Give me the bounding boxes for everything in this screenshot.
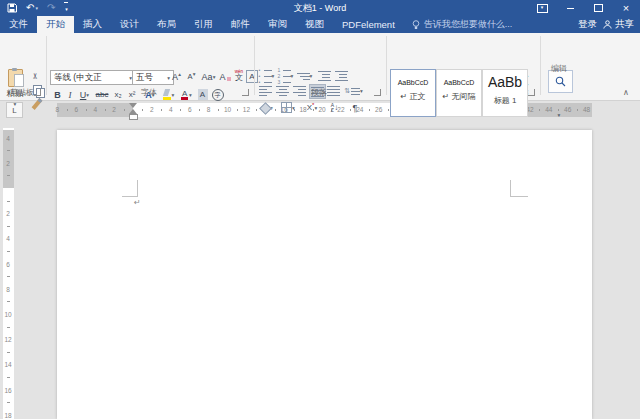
ribbon: 粘贴 ▾ ✂ 剪贴板 等线 (中文正▾ 五号▾ A▴ A▾ Aa▾ A wén文… xyxy=(0,33,640,101)
ruler-tick xyxy=(388,109,389,111)
style-card-2[interactable]: AaBbCcD↵ 无间隔 xyxy=(436,69,482,117)
clipboard-dialog-launcher[interactable] xyxy=(34,89,41,96)
bullets-icon: • • • xyxy=(259,68,272,84)
ruler-tick xyxy=(256,109,257,111)
ruler-tick xyxy=(369,109,370,111)
tab-插入[interactable]: 插入 xyxy=(74,16,111,33)
ruler-tick xyxy=(7,377,10,378)
tab-开始[interactable]: 开始 xyxy=(37,16,74,33)
undo-button[interactable]: ↶▾ xyxy=(26,3,38,13)
style-name: 标题 1 xyxy=(483,95,527,106)
clear-formatting-button[interactable]: A xyxy=(219,70,231,83)
style-card-3[interactable]: AaBb标题 1 xyxy=(482,69,528,117)
ribbon-tab-row: 文件开始插入设计布局引用邮件审阅视图PDFelement 告诉我您想要做什么..… xyxy=(0,16,640,33)
tell-me-box[interactable]: 告诉我您想要做什么... xyxy=(404,16,521,33)
increase-indent-button[interactable] xyxy=(334,70,349,82)
font-family-select[interactable]: 等线 (中文正▾ xyxy=(50,70,136,85)
shrink-font-button[interactable]: A▾ xyxy=(185,70,198,83)
lightbulb-icon xyxy=(412,20,420,30)
close-button[interactable]: × xyxy=(612,0,640,16)
decrease-indent-icon xyxy=(318,71,331,81)
asian-layout-button[interactable]: X*▾ xyxy=(302,101,322,114)
style-card-1[interactable]: AaBbCcD↵ 正文 xyxy=(390,69,436,117)
tab-布局[interactable]: 布局 xyxy=(148,16,185,33)
ruler-tick xyxy=(7,327,10,328)
cut-button[interactable]: ✂ xyxy=(29,70,43,82)
editing-dropdown[interactable]: ▾ xyxy=(552,111,566,119)
styles-dialog-launcher[interactable] xyxy=(528,89,535,96)
ruler-tick xyxy=(7,150,10,151)
tab-视图[interactable]: 视图 xyxy=(296,16,333,33)
ruler-number: 4 xyxy=(6,235,10,242)
paragraph-group-label: 段落 xyxy=(254,87,384,98)
maximize-icon xyxy=(594,4,603,12)
shading-button[interactable]: ▾ xyxy=(258,101,276,114)
character-border-button[interactable]: A xyxy=(246,70,258,83)
ruler-number: 8 xyxy=(6,285,10,292)
maximize-button[interactable] xyxy=(584,0,612,16)
ruler-number: 2 xyxy=(112,106,116,113)
grow-font-button[interactable]: A▴ xyxy=(170,70,183,83)
vertical-ruler[interactable]: 4224681012141618 xyxy=(3,128,14,419)
multilevel-list-button[interactable]: ▾ xyxy=(296,70,313,82)
multilevel-list-icon xyxy=(297,73,310,80)
share-button[interactable]: 共享 xyxy=(603,18,634,31)
font-size-select[interactable]: 五号▾ xyxy=(132,70,174,85)
style-preview: AaBbCcD xyxy=(437,79,481,86)
document-page[interactable]: ↵ xyxy=(57,130,592,419)
ruler-tick xyxy=(67,109,68,111)
tab-邮件[interactable]: 邮件 xyxy=(222,16,259,33)
style-preview: AaBb xyxy=(483,74,527,90)
phonetic-guide-icon: wén文 xyxy=(235,70,243,83)
ruler-tick xyxy=(124,109,125,111)
sign-in-button[interactable]: 登录 xyxy=(578,18,597,31)
tab-PDFelement[interactable]: PDFelement xyxy=(333,16,404,33)
ruler-number: 4 xyxy=(6,134,10,141)
ruler-tick xyxy=(86,109,87,111)
minimize-button[interactable] xyxy=(556,0,584,16)
tab-引用[interactable]: 引用 xyxy=(185,16,222,33)
search-icon xyxy=(555,76,566,87)
ruler-tick xyxy=(105,109,106,111)
first-line-indent-marker[interactable] xyxy=(129,103,137,108)
change-case-button[interactable]: Aa▾ xyxy=(200,70,217,83)
customize-qat-button[interactable]: ▾ xyxy=(64,2,68,14)
editing-group-label: 编辑 xyxy=(544,63,574,74)
format-painter-button[interactable] xyxy=(30,98,44,110)
font-dialog-launcher[interactable] xyxy=(242,89,249,96)
ruler-number: 18 xyxy=(4,411,11,418)
ruler-tick xyxy=(180,109,181,111)
tab-设计[interactable]: 设计 xyxy=(111,16,148,33)
ruler-number: 4 xyxy=(169,106,173,113)
style-preview: AaBbCcD xyxy=(391,79,435,86)
ruler-number: 48 xyxy=(583,106,590,113)
borders-grid-icon xyxy=(281,102,292,113)
tab-文件[interactable]: 文件 xyxy=(0,16,37,33)
borders-button[interactable]: ▾ xyxy=(279,101,297,114)
sort-button[interactable]: AZ ↓ xyxy=(327,101,342,114)
eraser-icon xyxy=(227,77,231,81)
ruler-tick xyxy=(7,251,10,252)
ruler-number: 16 xyxy=(4,386,11,393)
paragraph-dialog-launcher[interactable] xyxy=(374,89,381,96)
ribbon-display-options-button[interactable]: ▾ xyxy=(528,0,556,16)
numbering-icon: 1 2 3 xyxy=(278,68,291,84)
style-name: ↵ 正文 xyxy=(391,91,435,102)
ruler-number: 2 xyxy=(6,159,10,166)
bullets-button[interactable]: • • • ▾ xyxy=(258,70,275,82)
numbering-button[interactable]: 1 2 3 ▾ xyxy=(277,70,294,82)
redo-button[interactable]: ↷ xyxy=(47,3,55,13)
ruler-number: 2 xyxy=(6,210,10,217)
ruler-number: 6 xyxy=(6,260,10,267)
phonetic-guide-button[interactable]: wén文 xyxy=(233,69,245,83)
ruler-tick xyxy=(7,175,10,176)
format-painter-icon xyxy=(32,98,43,110)
show-hide-marks-button[interactable]: ¶ xyxy=(348,101,362,114)
tab-审阅[interactable]: 审阅 xyxy=(259,16,296,33)
margin-crop-mark-right xyxy=(510,180,528,197)
decrease-indent-button[interactable] xyxy=(317,70,332,82)
save-icon[interactable] xyxy=(7,3,17,13)
style-name: ↵ 无间隔 xyxy=(437,91,481,102)
collapse-ribbon-button[interactable]: ∧ xyxy=(623,88,629,97)
left-indent-marker[interactable] xyxy=(129,114,138,120)
